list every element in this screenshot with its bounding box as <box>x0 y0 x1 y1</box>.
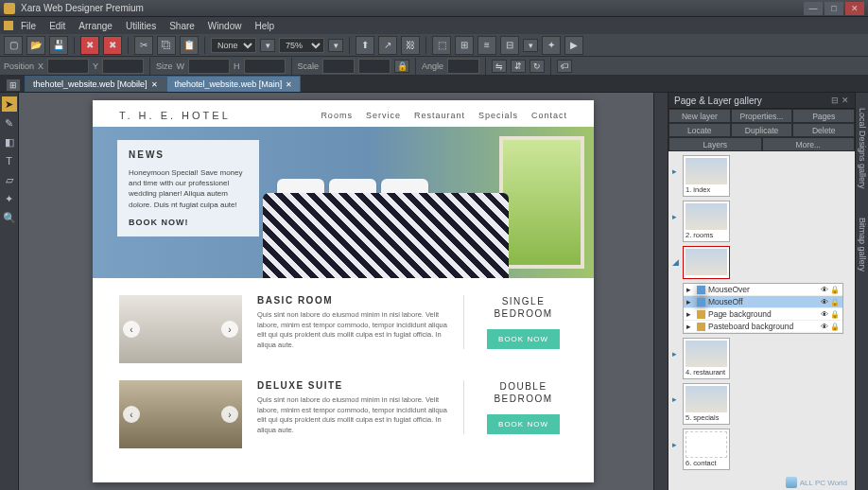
minimize-button[interactable]: — <box>804 2 823 15</box>
paste-button[interactable]: 📋 <box>180 36 199 55</box>
close-icon[interactable]: ✕ <box>151 80 158 89</box>
carousel-prev-icon[interactable]: ‹ <box>123 406 140 423</box>
w-input[interactable] <box>188 59 230 74</box>
flip-v-icon[interactable]: ⇵ <box>511 60 526 73</box>
more-icon[interactable]: ▾ <box>523 39 538 52</box>
lock-icon[interactable]: 🔒 <box>830 310 840 319</box>
book-now-button[interactable]: BOOK NOW <box>487 329 560 349</box>
page-thumb[interactable]: 1. index <box>683 155 730 197</box>
cut-button[interactable]: ✂ <box>134 36 153 55</box>
nav-service[interactable]: Service <box>366 111 401 120</box>
page-preview[interactable]: T. H. E. HOTEL Rooms Service Restaurant … <box>93 100 594 482</box>
h-input[interactable] <box>244 59 286 74</box>
close-button[interactable]: ✕ <box>845 2 864 15</box>
expand-icon[interactable]: ▸ <box>672 440 680 449</box>
line-tool-icon[interactable]: ▱ <box>2 172 17 187</box>
visibility-icon[interactable]: 👁 <box>821 323 828 331</box>
menu-utilities[interactable]: Utilities <box>120 19 162 33</box>
expand-icon[interactable]: ▸ <box>672 394 680 404</box>
tab-new-layer[interactable]: New layer <box>668 109 731 123</box>
doc-tab-main[interactable]: thehotel_website.web [Main] ✕ <box>166 76 302 92</box>
menu-share[interactable]: Share <box>164 19 200 33</box>
book-now-button[interactable]: BOOK NOW <box>487 414 560 434</box>
expand-icon[interactable]: ▸ <box>672 349 680 359</box>
save-button[interactable]: 💾 <box>49 36 68 55</box>
zoom-select[interactable]: 75% <box>279 38 324 53</box>
layer-row[interactable]: ▸MouseOver👁🔒 <box>684 284 842 296</box>
vertical-scrollbar[interactable] <box>657 131 665 206</box>
open-button[interactable]: 📂 <box>26 36 45 55</box>
menu-window[interactable]: Window <box>202 19 248 33</box>
nav-specials[interactable]: Specials <box>478 111 518 120</box>
lock-aspect-icon[interactable]: 🔒 <box>394 60 409 73</box>
rotate-icon[interactable]: ↻ <box>529 60 545 73</box>
tab-properties[interactable]: Properties... <box>731 109 793 123</box>
group-button[interactable]: ⊞ <box>455 36 474 55</box>
angle-input[interactable] <box>447 59 479 74</box>
lock-icon[interactable]: 🔒 <box>830 286 840 294</box>
undo-button[interactable]: ✖ <box>80 36 99 55</box>
tab-layers[interactable]: Layers <box>668 137 762 151</box>
page-thumb[interactable]: 2. rooms <box>683 201 730 242</box>
preview-button[interactable]: ▶ <box>564 36 583 55</box>
eyedropper-tool-icon[interactable]: ✦ <box>2 191 17 206</box>
distribute-button[interactable]: ⊟ <box>500 36 519 55</box>
panel-close-icon[interactable]: ✕ <box>842 96 849 105</box>
pen-tool-icon[interactable]: ✎ <box>2 115 17 131</box>
redo-button[interactable]: ✖ <box>103 36 122 55</box>
publish-button[interactable]: ↗ <box>378 36 397 55</box>
nav-rooms[interactable]: Rooms <box>321 111 353 120</box>
scale-h-input[interactable] <box>358 59 391 74</box>
effects-button[interactable]: ✦ <box>542 36 561 55</box>
scale-w-input[interactable] <box>322 59 355 74</box>
selector-tool-icon[interactable]: ➤ <box>2 96 17 112</box>
canvas[interactable]: T. H. E. HOTEL Rooms Service Restaurant … <box>19 93 668 490</box>
edge-tab-designs[interactable]: Local Designs gallery <box>858 108 867 189</box>
shape-tool-icon[interactable]: ◧ <box>2 134 17 149</box>
hero-cta[interactable]: BOOK NOW! <box>129 218 248 227</box>
style-select[interactable]: None <box>211 38 256 53</box>
doc-tab-mobile[interactable]: thehotel_website.web [Mobile] ✕ <box>25 76 166 92</box>
dropdown-icon[interactable]: ▾ <box>260 39 275 52</box>
layer-row[interactable]: ▸Page background👁🔒 <box>684 308 842 321</box>
chain-button[interactable]: ⛓ <box>401 36 420 55</box>
tab-nav-icon[interactable]: ⊞ <box>6 79 21 92</box>
tag-icon[interactable]: 🏷 <box>557 60 572 73</box>
y-input[interactable] <box>102 59 144 74</box>
copy-button[interactable]: ⿻ <box>157 36 176 55</box>
menu-edit[interactable]: Edit <box>43 19 71 33</box>
expand-icon[interactable]: ▸ <box>672 212 680 221</box>
page-thumb[interactable]: 5. specials <box>683 383 730 425</box>
page-thumb-active[interactable] <box>683 246 730 279</box>
tab-more[interactable]: More... <box>762 137 856 151</box>
arrange-button[interactable]: ⬚ <box>432 36 451 55</box>
tab-duplicate[interactable]: Duplicate <box>731 123 793 137</box>
text-tool-icon[interactable]: T <box>2 153 17 168</box>
layer-row-selected[interactable]: ▸MouseOff👁🔒 <box>684 296 842 308</box>
page-thumb[interactable]: 4. restaurant <box>683 338 730 379</box>
maximize-button[interactable]: □ <box>825 2 843 15</box>
carousel-prev-icon[interactable]: ‹ <box>123 321 140 338</box>
carousel-next-icon[interactable]: › <box>221 321 238 338</box>
page-thumb[interactable]: 6. contact <box>683 429 730 470</box>
expand-icon[interactable]: ▸ <box>672 166 680 176</box>
panel-pin-icon[interactable]: ⊟ <box>831 96 839 105</box>
nav-contact[interactable]: Contact <box>531 111 567 120</box>
flip-h-icon[interactable]: ⇋ <box>492 60 507 73</box>
tab-locate[interactable]: Locate <box>668 123 731 137</box>
zoom-dropdown-icon[interactable]: ▾ <box>328 39 343 52</box>
edge-tab-bitmap[interactable]: Bitmap gallery <box>858 218 867 271</box>
export-button[interactable]: ⬆ <box>356 36 374 55</box>
visibility-icon[interactable]: 👁 <box>821 310 828 319</box>
zoom-tool-icon[interactable]: 🔍 <box>2 210 17 225</box>
visibility-icon[interactable]: 👁 <box>821 286 828 294</box>
visibility-icon[interactable]: 👁 <box>821 298 828 306</box>
new-button[interactable]: ▢ <box>4 36 23 55</box>
carousel-next-icon[interactable]: › <box>221 406 238 423</box>
lock-icon[interactable]: 🔒 <box>830 323 840 331</box>
menu-help[interactable]: Help <box>249 19 280 33</box>
layer-row[interactable]: ▸Pasteboard background👁🔒 <box>684 321 842 333</box>
x-input[interactable] <box>47 59 89 74</box>
align-button[interactable]: ≡ <box>477 36 496 55</box>
menu-arrange[interactable]: Arrange <box>73 19 118 33</box>
